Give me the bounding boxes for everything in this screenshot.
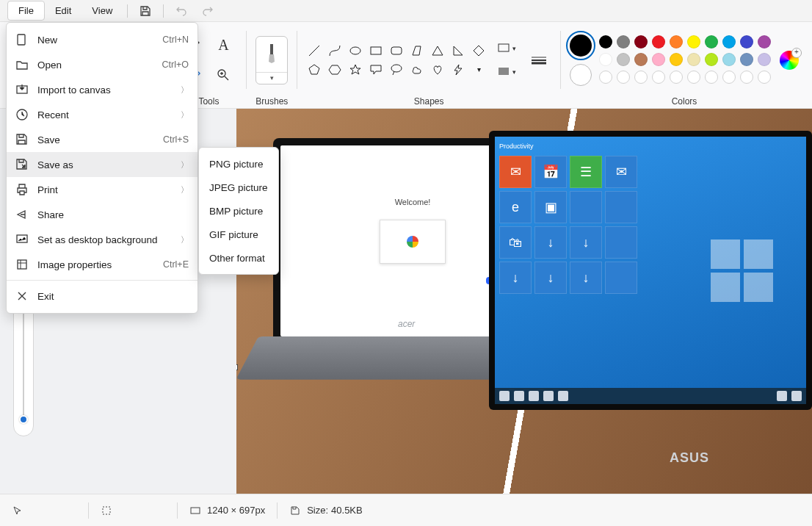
color-swatch[interactable] bbox=[599, 53, 612, 66]
saveas-option-bmp-picture[interactable]: BMP picture bbox=[199, 199, 278, 223]
color-swatch[interactable] bbox=[652, 53, 665, 66]
chevron-right-icon: 〉 bbox=[181, 159, 189, 170]
undo-button[interactable] bbox=[168, 1, 195, 21]
shape-heart[interactable] bbox=[429, 62, 446, 78]
file-menu-item-exit[interactable]: Exit bbox=[7, 284, 197, 309]
shape-pentagon[interactable] bbox=[306, 62, 322, 78]
color-swatch-empty[interactable] bbox=[687, 71, 700, 84]
file-menu-item-set-as-desktop-background[interactable]: Set as desktop background〉 bbox=[7, 227, 197, 252]
menu-item-label: Set as desktop background bbox=[37, 234, 172, 245]
saveas-option-png-picture[interactable]: PNG picture bbox=[199, 152, 278, 176]
color-swatch[interactable] bbox=[617, 53, 630, 66]
group-brushes: ▾ Brushes bbox=[248, 26, 295, 108]
color-swatch-empty[interactable] bbox=[652, 71, 665, 84]
edit-colors-button[interactable] bbox=[780, 51, 799, 70]
color-swatch[interactable] bbox=[687, 35, 700, 48]
shape-callout-rect[interactable] bbox=[368, 62, 384, 78]
color-swatch[interactable] bbox=[705, 35, 718, 48]
shape-callout-cloud[interactable] bbox=[409, 62, 425, 78]
color-swatch-empty[interactable] bbox=[758, 71, 771, 84]
menu-item-accel: Ctrl+N bbox=[162, 35, 189, 45]
chevron-right-icon: 〉 bbox=[181, 84, 189, 96]
text-tool[interactable]: A bbox=[209, 32, 237, 60]
menu-item-label: Image properties bbox=[37, 259, 154, 270]
shape-roundrect[interactable] bbox=[388, 43, 405, 59]
shape-lightning[interactable] bbox=[450, 62, 466, 78]
zoom-slider-knob[interactable] bbox=[19, 415, 28, 424]
magnifier-tool[interactable] bbox=[209, 61, 237, 89]
file-menu-item-open[interactable]: OpenCtrl+O bbox=[7, 52, 197, 77]
svg-rect-11 bbox=[18, 35, 25, 45]
menu-file[interactable]: File bbox=[7, 1, 45, 21]
menubar: File Edit View bbox=[0, 0, 812, 22]
color-swatch[interactable] bbox=[599, 35, 612, 48]
resize-handle[interactable] bbox=[236, 364, 238, 370]
shape-polygon[interactable] bbox=[409, 43, 425, 59]
shape-outline-dropdown[interactable]: ▾ bbox=[494, 39, 519, 58]
brushes-dropdown[interactable]: ▾ bbox=[255, 36, 288, 84]
shape-triangle[interactable] bbox=[429, 43, 446, 59]
shape-fill-dropdown[interactable]: ▾ bbox=[494, 62, 519, 82]
canvas-size-icon bbox=[189, 505, 201, 516]
file-menu-item-share[interactable]: Share bbox=[7, 202, 197, 227]
color-swatch-empty[interactable] bbox=[599, 71, 612, 84]
shape-oval[interactable] bbox=[347, 43, 363, 59]
color-swatch[interactable] bbox=[740, 53, 753, 66]
color-swatch[interactable] bbox=[758, 53, 771, 66]
color-2-swatch[interactable] bbox=[570, 64, 592, 86]
selection-size-icon bbox=[101, 505, 112, 516]
saveas-option-jpeg-picture[interactable]: JPEG picture bbox=[199, 176, 278, 199]
filesize-value: 40.5KB bbox=[331, 505, 363, 516]
text-icon: A bbox=[218, 37, 228, 54]
color-swatch[interactable] bbox=[687, 53, 700, 66]
redo-button[interactable] bbox=[195, 1, 221, 21]
shape-rect[interactable] bbox=[368, 43, 384, 59]
file-menu-item-import-to-canvas[interactable]: Import to canvas〉 bbox=[7, 77, 197, 102]
menu-edit[interactable]: Edit bbox=[45, 1, 81, 20]
file-menu-item-print[interactable]: Print〉 bbox=[7, 177, 197, 202]
color-swatch-empty[interactable] bbox=[705, 71, 718, 84]
file-menu-item-save[interactable]: SaveCtrl+S bbox=[7, 127, 197, 152]
color-swatch[interactable] bbox=[670, 35, 683, 48]
color-swatch[interactable] bbox=[634, 53, 648, 66]
shape-right-triangle[interactable] bbox=[450, 43, 466, 59]
file-menu-item-save-as[interactable]: Save as〉 bbox=[7, 152, 197, 177]
line-width-dropdown[interactable] bbox=[526, 51, 551, 70]
color-swatch[interactable] bbox=[634, 35, 648, 48]
color-swatch-empty[interactable] bbox=[617, 71, 630, 84]
color-swatch-empty[interactable] bbox=[634, 71, 648, 84]
color-swatch-empty[interactable] bbox=[670, 71, 683, 84]
shape-callout-oval[interactable] bbox=[388, 62, 405, 78]
color-swatch[interactable] bbox=[758, 35, 771, 48]
color-swatch[interactable] bbox=[670, 53, 683, 66]
file-menu-item-image-properties[interactable]: Image propertiesCtrl+E bbox=[7, 252, 197, 277]
color-swatch[interactable] bbox=[722, 53, 736, 66]
color-swatch[interactable] bbox=[617, 35, 630, 48]
color-swatch-empty[interactable] bbox=[722, 71, 736, 84]
color-swatch[interactable] bbox=[740, 35, 753, 48]
winlaptop-brand: ASUS bbox=[670, 450, 709, 466]
color-1-swatch[interactable] bbox=[570, 35, 592, 57]
shape-star[interactable] bbox=[347, 62, 363, 78]
color-swatch[interactable] bbox=[652, 35, 665, 48]
menu-item-label: Save bbox=[37, 134, 154, 145]
save-icon bbox=[139, 5, 151, 17]
color-swatch[interactable] bbox=[722, 35, 736, 48]
shapes-more[interactable]: ▾ bbox=[471, 62, 487, 78]
statusbar: 1240 × 697px Size: 40.5KB bbox=[0, 494, 812, 526]
shape-line[interactable] bbox=[306, 43, 322, 59]
shapes-gallery[interactable]: ▾ bbox=[306, 43, 487, 78]
saveas-option-gif-picture[interactable]: GIF picture bbox=[199, 223, 278, 246]
shape-hexagon[interactable] bbox=[327, 62, 343, 78]
file-menu-item-new[interactable]: NewCtrl+N bbox=[7, 27, 197, 52]
canvas-image[interactable]: Welcome! acer Productivity ✉📅☰✉ e▣ bbox=[236, 109, 812, 494]
menu-view[interactable]: View bbox=[81, 1, 123, 20]
shape-curve[interactable] bbox=[327, 43, 343, 59]
color-swatch[interactable] bbox=[705, 53, 718, 66]
color-swatch-empty[interactable] bbox=[740, 71, 753, 84]
menu-item-label: Share bbox=[37, 209, 189, 220]
quick-save-button[interactable] bbox=[132, 1, 159, 21]
saveas-option-other-format[interactable]: Other format bbox=[199, 246, 278, 270]
file-menu-item-recent[interactable]: Recent〉 bbox=[7, 102, 197, 127]
shape-diamond[interactable] bbox=[471, 43, 487, 59]
